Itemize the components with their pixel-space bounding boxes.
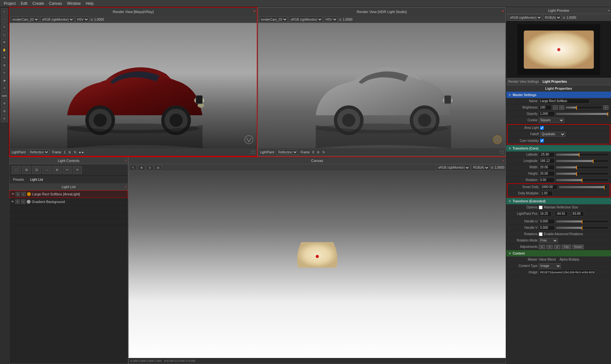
lc-btn-1[interactable]: ⬚: [12, 166, 21, 174]
toolbar-close-icon[interactable]: ✕: [1, 115, 8, 122]
transform-core-toggle[interactable]: ▼: [508, 147, 511, 150]
toolbar-arrow-icon[interactable]: ↖: [1, 8, 8, 15]
visibility-icon-1[interactable]: 👁: [11, 200, 14, 203]
solo-btn-0[interactable]: S: [16, 192, 20, 196]
content-type-select[interactable]: Image: [539, 263, 561, 269]
tab-light-properties[interactable]: Light Properties: [543, 80, 567, 83]
preview-colorspace[interactable]: sRGB (rgbMonitor): [508, 15, 542, 20]
area-light-checkbox[interactable]: [540, 126, 544, 130]
toolbar-eye-icon[interactable]: 👁: [1, 39, 8, 46]
adj-z-btn[interactable]: Z: [554, 245, 560, 249]
render-content-left[interactable]: [10, 23, 257, 148]
latitude-input[interactable]: [539, 152, 555, 157]
lock-btn-0[interactable]: L: [21, 192, 26, 196]
toolbar-light-icon[interactable]: ☀: [1, 85, 8, 92]
handle-v-slider[interactable]: [556, 227, 608, 229]
light-item-1[interactable]: 👁 S L Gradient Background: [9, 198, 128, 206]
opacity-input[interactable]: [539, 111, 555, 116]
menu-window[interactable]: Window: [65, 1, 83, 6]
render-close-right[interactable]: ×: [502, 9, 504, 13]
lc-btn-2[interactable]: ⊞: [22, 166, 31, 174]
colorspace-select-right[interactable]: sRGB (rgbMonitor): [289, 17, 323, 22]
brightness-input[interactable]: [539, 105, 551, 110]
menu-canvas[interactable]: Canvas: [46, 1, 65, 6]
reflection-select-left[interactable]: Reflection: [28, 150, 49, 155]
rotation-slider[interactable]: [556, 179, 608, 181]
lp-z-input[interactable]: [571, 211, 584, 216]
cookie-select[interactable]: Square: [539, 118, 564, 123]
image-path-input[interactable]: [539, 270, 596, 275]
colorspace-select-left[interactable]: sRGB (rgbMonitor): [40, 17, 74, 22]
mode-select-left[interactable]: HSV: [75, 17, 89, 22]
menu-edit[interactable]: Edit: [18, 1, 30, 6]
refresh-icon-right[interactable]: ↻: [322, 150, 325, 154]
menu-project[interactable]: Project: [1, 1, 18, 6]
brightness-slider[interactable]: [565, 106, 602, 109]
adj-x-btn[interactable]: X: [539, 245, 545, 249]
canvas-content[interactable]: [129, 171, 506, 358]
preview-mode[interactable]: RGB(A): [543, 15, 561, 20]
handle-v-input[interactable]: [539, 225, 555, 230]
canvas-mode[interactable]: RGB(A): [471, 165, 489, 171]
light-item-0[interactable]: 👁 S L Large Rect Softbox [AreaLight]: [9, 190, 128, 198]
toolbar-brush-icon[interactable]: ✎: [1, 24, 8, 31]
toolbar-hdr-icon[interactable]: HDR: [1, 92, 8, 99]
master-toggle[interactable]: ▼: [508, 93, 511, 96]
canvas-tool-4[interactable]: ⊟: [155, 165, 162, 170]
refresh-icon-left[interactable]: ↻: [74, 150, 76, 154]
smart-dolly-slider[interactable]: [559, 186, 607, 188]
reflection-select-right[interactable]: Reflection: [277, 150, 298, 155]
height-slider[interactable]: [556, 172, 608, 175]
smart-dolly-input[interactable]: [540, 185, 558, 190]
toolbar-crop-icon[interactable]: ⊞: [1, 62, 8, 69]
pause-icon-left[interactable]: ⏸: [68, 150, 71, 154]
lc-btn-3[interactable]: ⊟: [32, 166, 41, 174]
tab-render-view-settings[interactable]: Render View Settings: [508, 80, 539, 83]
right-close[interactable]: ×: [608, 9, 610, 12]
canvas-tool-3[interactable]: ⊙: [146, 165, 153, 170]
render-content-right[interactable]: ☀: [258, 23, 505, 148]
toolbar-rotate-icon[interactable]: ↻: [1, 69, 8, 76]
adj-reset-btn[interactable]: Reset: [572, 245, 584, 249]
height-input[interactable]: [539, 171, 555, 176]
render-close-left[interactable]: ×: [253, 9, 256, 13]
handle-u-slider[interactable]: [556, 220, 608, 223]
lp-x-input[interactable]: [539, 211, 551, 216]
maintain-reflection-checkbox[interactable]: [539, 206, 543, 209]
adj-flip-btn[interactable]: Flip: [562, 245, 571, 249]
falloff-select[interactable]: Quadratic: [540, 132, 565, 137]
lc-btn-5[interactable]: ⊕: [53, 166, 61, 174]
toolbar-select-icon[interactable]: ⬚: [1, 16, 8, 23]
transform-extended-toggle[interactable]: ▼: [508, 200, 511, 203]
canvas-colorspace[interactable]: sRGB (rgbMonitor): [436, 165, 470, 171]
lc-btn-6[interactable]: ✂: [63, 166, 72, 174]
width-input[interactable]: [539, 165, 555, 170]
pause-icon-right[interactable]: ⏸: [317, 150, 320, 154]
expand-icon-left[interactable]: ⛶: [252, 150, 255, 154]
lp-y-input[interactable]: [555, 211, 568, 216]
longitude-slider[interactable]: [556, 160, 608, 162]
width-slider[interactable]: [556, 166, 608, 169]
toolbar-node-icon[interactable]: ◉: [1, 77, 8, 84]
dolly-multiplier-input[interactable]: [540, 191, 553, 196]
enable-adv-rotations-checkbox[interactable]: [539, 232, 543, 236]
latitude-slider[interactable]: [556, 153, 608, 156]
name-input[interactable]: [539, 99, 590, 104]
expand-icon-right[interactable]: ⛶: [500, 150, 503, 154]
brightness-extra-btn[interactable]: +: [603, 105, 608, 110]
lc-btn-4[interactable]: ↔: [42, 166, 51, 174]
solo-btn-1[interactable]: S: [15, 200, 20, 204]
camera-select-left[interactable]: renderCam_03: [11, 17, 39, 22]
canvas-close[interactable]: ×: [502, 159, 504, 163]
lock-btn-1[interactable]: L: [21, 200, 25, 204]
brightness-plus-btn[interactable]: +: [559, 105, 564, 110]
handle-u-input[interactable]: [539, 219, 555, 224]
light-controls-close[interactable]: ×: [125, 159, 127, 163]
adj-y-btn[interactable]: Y: [546, 245, 553, 249]
toolbar-hand-icon[interactable]: ✋: [1, 46, 8, 53]
menu-help[interactable]: Help: [83, 1, 96, 6]
cam-vis-checkbox[interactable]: [540, 139, 544, 143]
opacity-slider[interactable]: [556, 113, 608, 115]
visibility-icon-0[interactable]: 👁: [11, 192, 14, 196]
toolbar-eraser-icon[interactable]: ◻: [1, 31, 8, 38]
